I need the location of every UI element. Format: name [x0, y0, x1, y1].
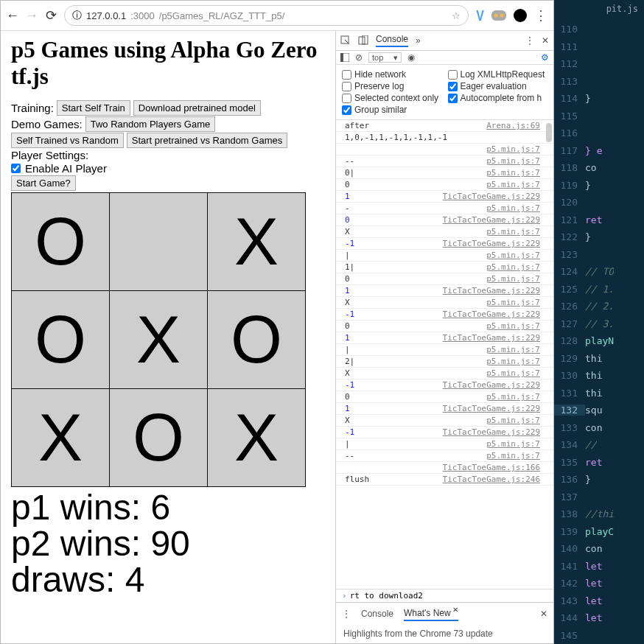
pretrained-vs-random-button[interactable]: Start pretrained vs Random Games [127, 133, 287, 148]
code-line[interactable]: 134 // [554, 436, 644, 454]
code-line[interactable]: 145 [554, 627, 644, 645]
start-game-button[interactable]: Start Game? [11, 175, 76, 191]
log-source-link[interactable]: p5.min.js:7 [486, 144, 540, 154]
log-source-link[interactable]: Arena.js:69 [486, 121, 540, 130]
code-area[interactable]: 110111112113114 }115116117 } e118 co119 … [554, 21, 644, 644]
eager-eval-checkbox[interactable] [448, 82, 458, 91]
code-line[interactable]: 141 let [554, 558, 644, 575]
code-line[interactable]: 123 [554, 246, 644, 264]
code-line[interactable]: 127 // 3. [554, 315, 644, 333]
code-line[interactable]: 137 [554, 489, 644, 506]
drawer-console-tab[interactable]: Console [361, 609, 393, 619]
log-source-link[interactable]: TicTacToeGame.js:229 [443, 427, 540, 437]
download-pretrained-button[interactable]: Download pretrained model [133, 100, 261, 116]
console-prompt[interactable]: › rt to download2 [336, 589, 553, 602]
two-random-players-button[interactable]: Two Random Players Game [85, 116, 216, 132]
code-line[interactable]: 118 co [554, 159, 644, 177]
back-button[interactable]: ← [7, 10, 18, 21]
start-self-train-button[interactable]: Start Self Train [57, 100, 130, 116]
log-source-link[interactable]: TicTacToeGame.js:229 [443, 404, 540, 413]
log-source-link[interactable]: p5.min.js:7 [486, 180, 540, 189]
device-toolbar-icon[interactable] [358, 35, 368, 46]
log-source-link[interactable]: TicTacToeGame.js:166 [443, 463, 540, 472]
close-icon[interactable]: ✕ [452, 606, 458, 614]
extension-icon-2[interactable] [491, 10, 506, 21]
drawer-whatsnew-tab[interactable]: What's New✕ [404, 606, 458, 621]
extension-icon-1[interactable]: V [476, 7, 484, 24]
log-source-link[interactable]: p5.min.js:7 [486, 439, 540, 449]
context-selector[interactable]: top [368, 52, 402, 63]
devtools-close-icon[interactable]: ✕ [542, 35, 549, 46]
code-line[interactable]: 132 squ [554, 402, 644, 419]
log-source-link[interactable]: p5.min.js:7 [486, 274, 540, 284]
autocomplete-checkbox[interactable] [448, 94, 458, 103]
code-line[interactable]: 121 ret [554, 211, 644, 229]
board-cell-1-1[interactable]: X [110, 291, 208, 389]
log-source-link[interactable]: TicTacToeGame.js:229 [443, 286, 540, 295]
log-source-link[interactable]: p5.min.js:7 [486, 203, 540, 213]
log-source-link[interactable]: p5.min.js:7 [486, 345, 540, 354]
menu-icon[interactable]: ⋮ [534, 7, 547, 24]
code-line[interactable]: 133 con [554, 419, 644, 437]
reload-button[interactable]: ⟳ [45, 10, 57, 21]
code-line[interactable]: 122 } [554, 228, 644, 246]
log-source-link[interactable]: p5.min.js:7 [486, 227, 540, 237]
console-sidebar-icon[interactable] [340, 53, 349, 62]
self-trained-vs-random-button[interactable]: Self Trained vs Random [11, 133, 124, 148]
log-source-link[interactable]: p5.min.js:7 [486, 168, 540, 178]
console-log-area[interactable]: afterArena.js:691,0,-1,1,-1,1,-1,1,-1p5.… [336, 120, 553, 589]
inspect-element-icon[interactable] [340, 35, 351, 46]
log-source-link[interactable]: p5.min.js:7 [486, 392, 540, 402]
log-source-link[interactable]: p5.min.js:7 [486, 321, 540, 331]
log-source-link[interactable]: p5.min.js:7 [486, 357, 540, 366]
board-cell-2-2[interactable]: X [208, 389, 306, 487]
log-source-link[interactable]: p5.min.js:7 [486, 262, 540, 272]
code-line[interactable]: 113 [554, 73, 644, 91]
log-source-link[interactable]: TicTacToeGame.js:246 [443, 475, 540, 484]
log-source-link[interactable]: TicTacToeGame.js:229 [443, 192, 540, 201]
code-line[interactable]: 126 // 2. [554, 298, 644, 315]
info-icon[interactable]: ⓘ [72, 9, 82, 22]
board-cell-0-2[interactable]: X [208, 193, 306, 291]
clear-console-icon[interactable]: ⊘ [355, 52, 363, 63]
log-source-link[interactable]: TicTacToeGame.js:229 [443, 239, 540, 248]
code-line[interactable]: 125 // 1. [554, 281, 644, 298]
code-line[interactable]: 130 thi [554, 367, 644, 385]
code-line[interactable]: 135 ret [554, 454, 644, 472]
code-line[interactable]: 128 playN [554, 332, 644, 350]
code-line[interactable]: 120 [554, 194, 644, 211]
scrollbar-thumb[interactable] [546, 123, 552, 142]
code-line[interactable]: 110 [554, 21, 644, 38]
board-cell-0-1[interactable] [110, 193, 208, 291]
bookmark-star-icon[interactable]: ☆ [452, 10, 461, 21]
code-line[interactable]: 115 [554, 108, 644, 125]
code-line[interactable]: 138 //thi [554, 505, 644, 523]
log-source-link[interactable]: TicTacToeGame.js:229 [443, 333, 540, 343]
board-cell-2-1[interactable]: O [110, 389, 208, 487]
forward-button[interactable]: → [26, 10, 38, 21]
board-cell-0-0[interactable]: O [12, 193, 110, 291]
board-cell-1-0[interactable]: O [12, 291, 110, 389]
log-source-link[interactable]: p5.min.js:7 [486, 416, 540, 425]
code-line[interactable]: 117 } e [554, 142, 644, 160]
hide-network-checkbox[interactable] [342, 70, 351, 80]
log-source-link[interactable]: p5.min.js:7 [486, 298, 540, 307]
log-xmlhttp-checkbox[interactable] [448, 70, 458, 80]
log-source-link[interactable]: p5.min.js:7 [486, 251, 540, 260]
group-similar-checkbox[interactable] [342, 105, 351, 115]
board-cell-1-2[interactable]: O [208, 291, 306, 389]
board-cell-2-0[interactable]: X [12, 389, 110, 487]
code-line[interactable]: 112 [554, 55, 644, 73]
console-settings-icon[interactable]: ⚙ [541, 52, 549, 63]
log-source-link[interactable]: p5.min.js:7 [486, 368, 540, 378]
code-line[interactable]: 136 } [554, 471, 644, 489]
code-line[interactable]: 143 let [554, 592, 644, 610]
log-source-link[interactable]: TicTacToeGame.js:229 [443, 380, 540, 390]
preserve-log-checkbox[interactable] [342, 82, 351, 91]
log-source-link[interactable]: TicTacToeGame.js:229 [443, 309, 540, 319]
code-line[interactable]: 129 thi [554, 350, 644, 368]
editor-tab[interactable]: pit.js [601, 2, 644, 15]
code-line[interactable]: 131 thi [554, 385, 644, 402]
live-expression-icon[interactable]: ◉ [407, 52, 415, 63]
code-line[interactable]: 114 } [554, 90, 644, 108]
